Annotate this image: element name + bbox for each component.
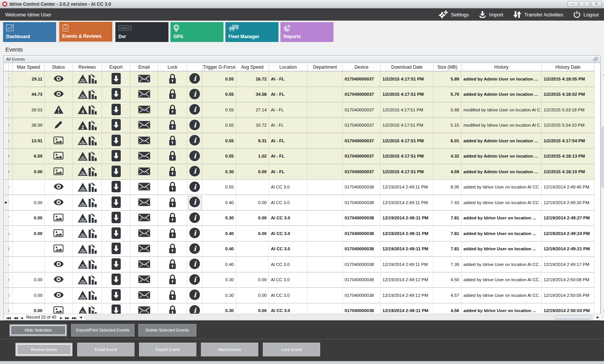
- info-icon[interactable]: i: [189, 104, 200, 116]
- envelope-icon[interactable]: [138, 75, 150, 83]
- review-event-button[interactable]: Review Event: [15, 343, 73, 356]
- tab-dashboard[interactable]: Dashboard: [3, 22, 56, 42]
- padlock-icon[interactable]: [168, 150, 177, 162]
- envelope-icon[interactable]: [138, 275, 150, 284]
- prev-record-button-icon[interactable]: ◀: [19, 316, 24, 320]
- padlock-icon[interactable]: [168, 259, 177, 270]
- hscroll-right-icon[interactable]: ▶: [595, 316, 600, 319]
- table-row[interactable]: 513.91NOSCOREi0.559.31Al - FL01704000003…: [4, 133, 594, 149]
- info-icon[interactable]: i: [189, 305, 200, 314]
- padlock-icon[interactable]: [168, 274, 177, 285]
- tab-events-reviews[interactable]: Events & Reviews: [59, 22, 112, 42]
- horizontal-scrollbar[interactable]: [84, 315, 594, 320]
- table-row[interactable]: 938.992i0.5533.72Al - FL0170400000371/2/…: [4, 118, 594, 134]
- column-header-history_date[interactable]: History Date: [542, 63, 594, 71]
- hide-selection-button[interactable]: Hide Selection: [9, 324, 67, 337]
- envelope-icon[interactable]: [138, 183, 150, 191]
- toolbar-action-settings[interactable]: Settings: [438, 10, 469, 19]
- scroll-down-icon[interactable]: ▼: [601, 308, 604, 314]
- envelope-icon[interactable]: [138, 260, 150, 269]
- table-row[interactable]: 439.534i0.5527.14Al - FL0170400000371/2/…: [4, 102, 594, 118]
- column-header-department[interactable]: Department: [308, 63, 343, 71]
- lock-event-button[interactable]: Lock Event: [263, 343, 320, 356]
- info-icon[interactable]: i: [189, 243, 200, 255]
- first-record-button-icon[interactable]: |◀◀: [5, 316, 12, 320]
- tab-gps[interactable]: GPS: [170, 22, 223, 42]
- envelope-icon[interactable]: [138, 152, 150, 160]
- export-print-selected-events-button[interactable]: Export/Print Selected Events: [71, 324, 134, 337]
- email-event-button[interactable]: Email Event: [77, 343, 134, 356]
- download-arrow-icon[interactable]: [112, 274, 121, 286]
- tab-reports[interactable]: Reports: [280, 22, 334, 42]
- envelope-icon[interactable]: [138, 106, 150, 114]
- column-header-history[interactable]: History: [462, 63, 542, 71]
- padlock-icon[interactable]: [168, 181, 177, 193]
- info-icon[interactable]: i: [189, 89, 200, 100]
- vertical-scrollbar[interactable]: ▲ ▼: [601, 71, 604, 314]
- download-arrow-icon[interactable]: [112, 88, 121, 100]
- table-row[interactable]: 00.00NOSCOREi0.300.00Al CC 3.00170400000…: [4, 272, 594, 288]
- column-header-device[interactable]: Device: [343, 63, 381, 71]
- padlock-icon[interactable]: [168, 135, 177, 147]
- download-arrow-icon[interactable]: [112, 135, 121, 147]
- envelope-icon[interactable]: [138, 306, 150, 314]
- column-header-lock[interactable]: Lock: [158, 63, 187, 71]
- info-icon[interactable]: i: [189, 135, 200, 147]
- padlock-icon[interactable]: [168, 243, 177, 254]
- envelope-icon[interactable]: [138, 168, 150, 176]
- column-header-email[interactable]: Email: [130, 63, 158, 71]
- info-icon[interactable]: i: [189, 119, 200, 131]
- table-row[interactable]: 80.00NOSCOREi0.300.00Al CC 3.00170400000…: [4, 288, 594, 303]
- restore-panel-icon[interactable]: [593, 57, 598, 61]
- download-arrow-icon[interactable]: [112, 119, 121, 131]
- download-arrow-icon[interactable]: [112, 196, 121, 209]
- download-arrow-icon[interactable]: [112, 258, 121, 271]
- column-header-info[interactable]: [187, 63, 202, 71]
- info-icon[interactable]: i: [189, 227, 200, 239]
- padlock-icon[interactable]: [168, 197, 177, 208]
- scroll-up-icon[interactable]: ▲: [601, 71, 604, 77]
- info-icon[interactable]: i: [189, 258, 200, 270]
- export-event-button[interactable]: Export Event: [139, 343, 196, 356]
- column-header-max_speed[interactable]: Max Speed: [13, 63, 45, 71]
- download-arrow-icon[interactable]: [112, 212, 121, 224]
- envelope-icon[interactable]: [138, 198, 150, 207]
- envelope-icon[interactable]: [138, 121, 150, 129]
- padlock-icon[interactable]: [168, 73, 177, 85]
- hscroll-left-icon[interactable]: ◀: [78, 316, 83, 319]
- delete-selected-events-button[interactable]: Delete Selected Events: [138, 324, 196, 337]
- table-row[interactable]: 50.00NOSCOREi0.400.00Al CC 3.00170400000…: [4, 226, 594, 242]
- table-row[interactable]: 544.73NOSCOREi0.5534.58Al - FL0170400000…: [4, 87, 594, 103]
- download-arrow-icon[interactable]: [112, 150, 121, 162]
- toolbar-action-import[interactable]: Import: [479, 11, 503, 18]
- table-row[interactable]: 70.00NOSCOREi0.300.00Al CC 3.00170400000…: [4, 211, 594, 226]
- padlock-icon[interactable]: [168, 228, 177, 239]
- download-arrow-icon[interactable]: [112, 181, 121, 193]
- info-icon[interactable]: i: [189, 150, 200, 162]
- column-header-size[interactable]: Size (MB): [434, 63, 462, 71]
- column-header-location[interactable]: Location: [269, 63, 308, 71]
- tab-dvr[interactable]: MERGEDvr: [115, 22, 168, 42]
- table-row[interactable]: 50.00NOSCOREi0.300.00Al CC 3.00170400000…: [4, 303, 594, 314]
- toolbar-action-logout[interactable]: Logout: [573, 11, 599, 18]
- download-arrow-icon[interactable]: [112, 227, 121, 240]
- padlock-icon[interactable]: [168, 119, 177, 131]
- toolbar-action-transfer-activities[interactable]: Transfer Activities: [513, 11, 563, 18]
- info-icon[interactable]: i: [189, 181, 200, 193]
- envelope-icon[interactable]: [138, 245, 150, 253]
- column-header-avg_speed[interactable]: Avg Speed: [236, 63, 269, 71]
- minimize-button[interactable]: —: [567, 1, 578, 7]
- column-header-reviews[interactable]: Reviews: [73, 63, 102, 71]
- table-row[interactable]: ▶70.00NOSCOREi0.400.00Al CC 3.0017040000…: [4, 195, 594, 211]
- column-header-download_date[interactable]: Download Date: [381, 63, 434, 71]
- close-button[interactable]: ✕: [591, 1, 602, 7]
- info-icon[interactable]: i: [189, 274, 200, 286]
- table-row[interactable]: 229.11NOSCOREi0.5516.72Al - FL0170400000…: [4, 71, 594, 87]
- envelope-icon[interactable]: [138, 291, 150, 300]
- next-page-button-icon[interactable]: ▶▶: [63, 316, 70, 320]
- padlock-icon[interactable]: [168, 89, 177, 100]
- envelope-icon[interactable]: [138, 229, 150, 238]
- download-arrow-icon[interactable]: [112, 104, 121, 116]
- download-arrow-icon[interactable]: [112, 73, 121, 85]
- envelope-icon[interactable]: [138, 214, 150, 222]
